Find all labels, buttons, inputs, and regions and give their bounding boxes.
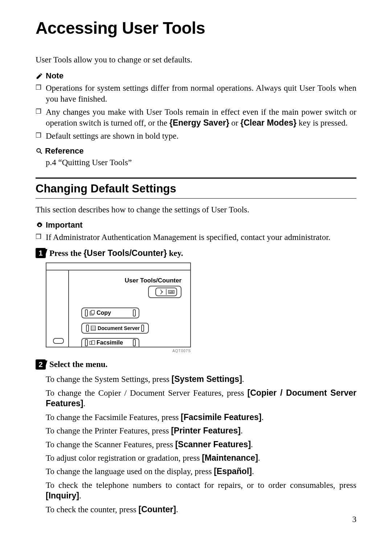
copy-icon [89,310,95,316]
figure-caption: AQT007S [46,349,191,353]
svg-rect-7 [91,310,94,314]
step-2-text: Select the menu. [49,360,107,369]
important-label: Important [46,220,82,230]
user-tools-counter-icon: 123 [155,288,177,296]
control-panel-figure: User Tools/Counter 123 Copy Docu [46,262,191,353]
important-heading: Important [36,220,356,230]
section-intro: This section describes how to change the… [36,205,356,215]
figure-user-tools-label: User Tools/Counter [125,277,181,284]
scanner-features-button-label: [Scanner Features] [175,440,251,449]
reference-label: Reference [45,146,83,156]
section-heading: Changing Default Settings [36,182,356,195]
menu-line: To change the Copier / Document Server F… [46,388,356,409]
counter-button-label: [Counter] [138,505,176,514]
pencil-icon [36,72,44,80]
energy-saver-key: {Energy Saver} [170,118,229,127]
note-text: key is pressed. [297,118,348,127]
page-title: Accessing User Tools [36,18,356,38]
step-number-icon: 1 [36,248,46,258]
step-1-heading: 1 Press the {User Tools/Counter} key. [36,248,356,258]
menu-line: To adjust color registration or gradatio… [46,453,356,463]
divider [36,178,356,179]
page: Accessing User Tools User Tools allow yo… [0,0,392,532]
figure-line [68,270,69,347]
menu-line: To change the Printer Features, press [P… [46,425,356,436]
maintenance-button-label: [Maintenance] [202,453,258,463]
note-item: Operations for system settings differ fr… [36,83,356,105]
document-server-icon [90,325,96,331]
important-item: If Administrator Authentication Manageme… [36,232,356,243]
figure-facsimile-label: Facsimile [97,339,123,346]
menu-line: To change the System Settings, press [Sy… [46,374,356,384]
note-label: Note [46,71,64,81]
menu-line: To change the language used on the displ… [46,466,356,477]
step-1-text: Press the {User Tools/Counter} key. [49,248,183,258]
facsimile-icon [89,340,95,345]
inquiry-button-label: [Inquiry] [46,491,79,500]
menu-line: To change the Facsimile Features, press … [46,412,356,423]
step-number-icon: 2 [36,359,46,370]
note-item: Any changes you make with User Tools rem… [36,107,356,129]
svg-line-1 [40,152,42,154]
step-2-heading: 2 Select the menu. [36,359,356,370]
menu-instructions: To change the System Settings, press [Sy… [36,374,356,515]
divider [36,198,356,199]
note-list: Operations for system settings differ fr… [36,83,356,141]
note-text: or [229,118,241,127]
magnifier-icon [36,147,43,155]
figure-slot [53,338,64,344]
facsimile-features-button-label: [Facsimile Features] [181,412,261,422]
clear-modes-key: {Clear Modes} [240,118,297,127]
figure-copy-label: Copy [97,310,111,316]
figure-copy-key: Copy [81,307,139,318]
menu-line: To check the telephone numbers to contac… [46,480,356,501]
figure-frame: User Tools/Counter 123 Copy Docu [46,262,191,347]
reference-heading: Reference [36,146,356,156]
note-heading: Note [36,71,356,81]
svg-rect-11 [90,341,91,345]
reference-body: p.4 “Quitting User Tools” [36,158,356,167]
figure-doc-server-label: Document Server [98,325,140,331]
system-settings-button-label: [System Settings] [172,374,242,384]
menu-line: To check the counter, press [Counter]. [46,504,356,515]
svg-rect-12 [92,341,95,345]
gear-icon [36,221,44,229]
figure-user-tools-key: 123 [148,286,181,298]
important-list: If Administrator Authentication Manageme… [36,232,356,243]
espanol-button-label: [Español] [214,467,252,476]
intro-paragraph: User Tools allow you to change or set de… [36,55,356,65]
figure-facsimile-key: Facsimile [81,338,139,347]
figure-doc-server-key: Document Server [81,323,149,334]
svg-rect-8 [91,326,95,330]
user-tools-counter-key: {User Tools/Counter} [83,249,167,258]
page-number: 3 [352,515,357,524]
svg-text:123: 123 [169,291,173,293]
menu-line: To change the Scanner Features, press [S… [46,439,356,450]
printer-features-button-label: [Printer Features] [171,426,241,435]
svg-point-0 [37,149,40,152]
note-item: Default settings are shown in bold type. [36,131,356,142]
